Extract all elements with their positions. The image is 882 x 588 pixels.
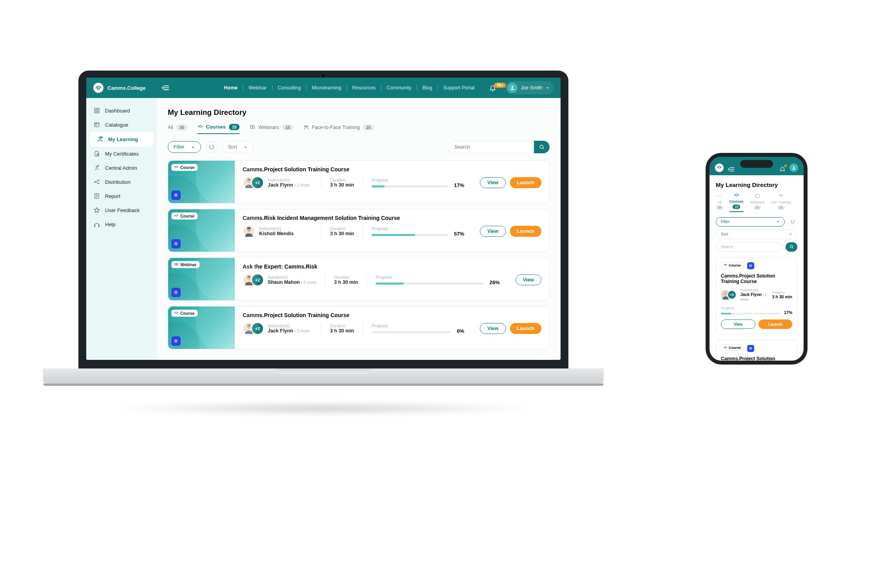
course-title: Camms.Project Solution Training Course: [721, 356, 792, 361]
instructor-name: Shaun Mahon • 2 more: [268, 279, 316, 285]
progress-bar: [372, 185, 448, 187]
search-button[interactable]: [534, 141, 550, 153]
nav-consulting[interactable]: Consulting: [272, 83, 306, 92]
reset-filter-button[interactable]: [788, 217, 797, 227]
launch-button[interactable]: Launch: [510, 177, 541, 188]
search-button[interactable]: [786, 242, 797, 252]
search-input[interactable]: Search: [716, 242, 782, 252]
type-badge: Course: [721, 262, 744, 269]
filter-dropdown[interactable]: Filter: [716, 217, 785, 227]
refresh-icon: [209, 144, 214, 150]
sidebar: Dashboard Catalogue My Learning My Certi…: [86, 98, 157, 360]
nav-resources[interactable]: Resources: [347, 83, 381, 92]
view-button[interactable]: View: [515, 274, 541, 285]
search-icon: [539, 144, 544, 150]
user-avatar-icon: [507, 83, 517, 93]
svg-line-33: [543, 148, 544, 149]
notifications-button[interactable]: 99+: [489, 84, 496, 91]
tab-f2f[interactable]: Face-to-Face Training 10: [303, 124, 374, 134]
sort-dropdown[interactable]: Sort: [716, 230, 797, 239]
instructor-name: Kisholi Mendis: [259, 231, 294, 236]
sidebar-item-distribution[interactable]: Distribution: [86, 175, 157, 189]
chevron-down-icon: [546, 86, 550, 90]
course-list: Course R Camms.Project Solution Training…: [168, 160, 550, 349]
svg-point-39: [176, 264, 177, 265]
course-thumbnail: Course R: [168, 209, 235, 252]
tab-courses[interactable]: Courses15: [730, 193, 744, 212]
nav-home[interactable]: Home: [218, 83, 243, 92]
type-badge: Course: [171, 212, 198, 220]
svg-point-14: [96, 166, 98, 167]
svg-rect-8: [94, 123, 99, 127]
search-input[interactable]: [448, 141, 534, 153]
filter-toolbar: Filter Sort: [168, 141, 550, 153]
view-button[interactable]: View: [721, 319, 755, 329]
tab-webinars[interactable]: Webinars10: [750, 194, 765, 212]
progress-percent: 26%: [490, 279, 500, 285]
filter-dropdown[interactable]: Filter: [168, 141, 201, 153]
nav-webinar[interactable]: Webinar: [243, 83, 272, 92]
sidebar-item-my-learning[interactable]: My Learning: [89, 132, 154, 147]
progress-percent: 17%: [454, 182, 464, 188]
sort-dropdown[interactable]: Sort: [222, 141, 254, 153]
nav-microlearning[interactable]: Microlearning: [306, 83, 347, 92]
duration-value: 3 h 30 min: [330, 182, 354, 188]
brand[interactable]: Camms.College: [93, 83, 146, 93]
tab-courses[interactable]: Courses 15: [198, 124, 240, 134]
sidebar-item-admin[interactable]: Central Admin: [86, 161, 157, 175]
view-button[interactable]: View: [480, 323, 506, 334]
nav-support[interactable]: Support Portal: [437, 83, 480, 92]
svg-rect-38: [175, 263, 178, 265]
nav-community[interactable]: Community: [381, 83, 417, 92]
type-badge: Course: [721, 345, 744, 351]
collapse-sidebar-icon[interactable]: [162, 85, 169, 91]
sidebar-item-help[interactable]: Help: [86, 217, 157, 231]
page-title: My Learning Directory: [168, 108, 550, 117]
sidebar-item-catalogue[interactable]: Catalogue: [86, 118, 157, 132]
r-badge: R: [747, 345, 754, 352]
nav-blog[interactable]: Blog: [417, 83, 437, 92]
launch-button[interactable]: Launch: [510, 226, 541, 237]
notifications-button[interactable]: [779, 166, 786, 172]
webinar-icon: [250, 125, 255, 130]
tab-f2f[interactable]: F2F Training10: [771, 194, 791, 212]
reset-filter-button[interactable]: [206, 141, 218, 153]
type-badge: Course: [171, 310, 198, 317]
tab-all[interactable]: ⋯ All35: [716, 194, 723, 212]
user-menu[interactable]: Joe Smith: [506, 81, 554, 94]
duration-label: Duration: [330, 323, 354, 328]
dashboard-icon: [93, 107, 100, 114]
svg-rect-26: [94, 225, 95, 227]
svg-point-50: [781, 195, 783, 196]
sidebar-item-certificates[interactable]: My Certificates: [86, 147, 157, 161]
brand-logo-icon[interactable]: [715, 163, 724, 172]
duration-label: Duration: [330, 178, 354, 182]
svg-point-18: [98, 183, 99, 184]
notifications-badge: 99+: [494, 83, 506, 88]
duration-label: Duration: [330, 226, 354, 231]
view-button[interactable]: View: [480, 226, 506, 237]
sidebar-item-report[interactable]: Report: [86, 189, 157, 203]
tab-all[interactable]: All 35: [168, 124, 187, 134]
sidebar-item-dashboard[interactable]: Dashboard: [86, 103, 157, 118]
user-avatar-icon[interactable]: [789, 163, 798, 172]
svg-rect-4: [94, 108, 96, 110]
svg-point-54: [724, 292, 727, 295]
sidebar-item-feedback[interactable]: User Feedback: [86, 203, 157, 217]
menu-icon[interactable]: [728, 167, 735, 172]
svg-point-16: [94, 181, 96, 183]
tab-webinars[interactable]: Webinars 10: [250, 124, 293, 134]
course-title: Camms.Risk Incident Management Solution …: [243, 215, 541, 221]
svg-point-17: [98, 180, 99, 181]
svg-point-49: [779, 195, 781, 196]
launch-button[interactable]: Launch: [759, 319, 792, 329]
launch-button[interactable]: Launch: [510, 323, 541, 334]
instructor-label: Instructor(s): [268, 178, 310, 182]
course-card: Course R Camms.Risk Incident Management …: [168, 209, 550, 252]
f2f-icon: [303, 125, 309, 130]
svg-point-31: [306, 126, 308, 127]
svg-rect-48: [755, 194, 760, 197]
directory-tabs: All 35 Courses 15 Webinars 10: [168, 124, 550, 134]
view-button[interactable]: View: [480, 177, 506, 188]
phone-tabs: ⋯ All35 Courses15 Webinars10 F2F Trainin…: [716, 193, 797, 212]
